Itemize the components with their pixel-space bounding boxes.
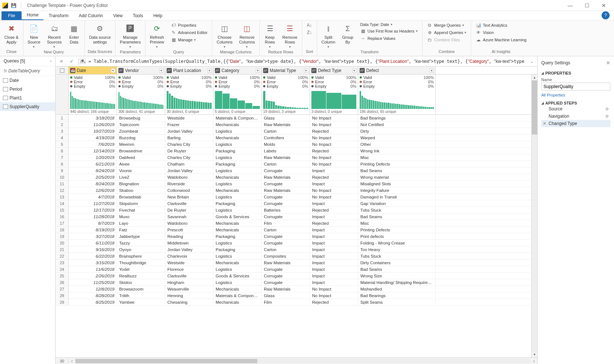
- table-row[interactable]: 98/24/2018VoonixJordan ValleyLogisticsCo…: [56, 167, 537, 174]
- column-header[interactable]: AᵇCategory▾: [213, 67, 262, 74]
- replace-values-button[interactable]: ↔Replace Values: [359, 35, 419, 42]
- cell[interactable]: Carton: [262, 227, 310, 233]
- cell[interactable]: Oyoyo: [117, 246, 165, 253]
- first-row-headers-button[interactable]: ▦Use First Row as Headers: [359, 28, 419, 34]
- cell[interactable]: No Impact: [310, 134, 358, 141]
- filter-icon[interactable]: ▾: [256, 68, 260, 73]
- cell[interactable]: Impact: [310, 233, 358, 239]
- cell[interactable]: Logistics: [213, 194, 262, 200]
- cell[interactable]: Corrugate: [262, 213, 310, 220]
- properties-button[interactable]: 🏷Properties: [169, 22, 209, 29]
- row-number[interactable]: 5: [56, 141, 69, 147]
- cell[interactable]: Corrugate: [262, 240, 310, 246]
- table-row[interactable]: 288/28/2018TrilithHenningMaterials & Com…: [56, 292, 537, 299]
- cell[interactable]: Packaging: [213, 246, 262, 253]
- cell[interactable]: Raw Materials: [262, 154, 310, 160]
- cell[interactable]: Impact: [310, 213, 358, 220]
- group-by-button[interactable]: ΣGroup By: [340, 22, 355, 45]
- cell[interactable]: 7/6/2019: [69, 141, 117, 147]
- query-name-input[interactable]: [541, 83, 610, 91]
- row-number[interactable]: 14: [56, 200, 69, 206]
- cell[interactable]: 9/16/2019: [69, 246, 117, 253]
- cell[interactable]: No Impact: [310, 141, 358, 147]
- cell[interactable]: Logistics: [213, 141, 262, 147]
- cell[interactable]: Impact: [310, 246, 358, 253]
- cell[interactable]: Raw Materials: [262, 174, 310, 180]
- manage-parameters-button[interactable]: 🅿Manage Parameters: [118, 22, 142, 50]
- cell[interactable]: Impact: [310, 167, 358, 174]
- cell[interactable]: 11/25/2018: [69, 279, 117, 285]
- maximize-button[interactable]: ☐: [582, 3, 592, 8]
- row-number[interactable]: 12: [56, 187, 69, 193]
- cell[interactable]: Raw Materials: [262, 259, 310, 266]
- cell[interactable]: Mechanicals: [213, 299, 262, 305]
- cell[interactable]: Mechanicals: [213, 174, 262, 180]
- cell[interactable]: Jordan Valley: [165, 128, 213, 134]
- cell[interactable]: Impact: [310, 266, 358, 272]
- cell[interactable]: Westside: [165, 259, 213, 266]
- cell[interactable]: Realbuzz: [117, 273, 165, 279]
- formula-expand-icon[interactable]: ⌄: [528, 59, 535, 64]
- recent-sources-button[interactable]: 🗂Recent Sources: [45, 22, 63, 50]
- formula-text[interactable]: = Table.TransformColumnTypes(SupplierQua…: [88, 59, 526, 64]
- cell[interactable]: Raw Materials: [262, 187, 310, 193]
- cell[interactable]: Packaging: [213, 200, 262, 206]
- table-row[interactable]: 134/7/2018BrowseblabNew BritainLogistics…: [56, 194, 537, 200]
- cell[interactable]: Mechanicals: [213, 286, 262, 292]
- table-row[interactable]: 178/7/2019LayoWaldoboroMechanicalsFilmRe…: [56, 220, 537, 227]
- cell[interactable]: Buzzdog: [117, 134, 165, 141]
- type-icon[interactable]: Aᵇ: [311, 68, 317, 73]
- applied-steps-section[interactable]: APPLIED STEPS: [541, 101, 610, 105]
- cell[interactable]: Chesaning: [165, 299, 213, 305]
- row-number[interactable]: 4: [56, 134, 69, 141]
- data-source-settings-button[interactable]: ⚙Data source settings: [88, 22, 112, 45]
- cell[interactable]: 6/22/2018: [69, 253, 117, 259]
- cell[interactable]: 4/19/2018: [69, 134, 117, 141]
- table-row[interactable]: 211/26/2019TopiczoomFrazerMechanicalsRaw…: [56, 121, 537, 128]
- cell[interactable]: Hingham: [165, 279, 213, 285]
- cell[interactable]: Skaboo: [117, 187, 165, 193]
- cell[interactable]: Printing Defects: [358, 161, 436, 167]
- cell[interactable]: 8/19/2019: [69, 227, 117, 233]
- cell[interactable]: Yodel: [117, 266, 165, 272]
- row-number[interactable]: 7: [56, 154, 69, 160]
- sort-desc-button[interactable]: Z↓: [305, 29, 314, 36]
- cell[interactable]: Bad Bearings: [358, 115, 436, 121]
- formula-commit-icon[interactable]: ✓: [68, 59, 75, 64]
- cell[interactable]: Molds: [262, 141, 310, 147]
- tab-add-column[interactable]: Add Column: [74, 11, 108, 20]
- row-number[interactable]: 18: [56, 227, 69, 233]
- remove-rows-button[interactable]: ☰Remove Rows: [281, 22, 299, 50]
- cell[interactable]: Print defects: [358, 233, 436, 239]
- cell[interactable]: Damaged in Transit: [358, 194, 436, 200]
- cell[interactable]: Tazzy: [117, 240, 165, 246]
- cell[interactable]: Batteries: [262, 207, 310, 213]
- step-gear-icon[interactable]: ⚙: [605, 107, 609, 111]
- row-number[interactable]: 27: [56, 286, 69, 292]
- row-number[interactable]: 11: [56, 181, 69, 187]
- filter-icon[interactable]: ▾: [430, 68, 434, 73]
- cell[interactable]: Skidoo: [117, 279, 165, 285]
- cell[interactable]: 12/17/2019: [69, 207, 117, 213]
- cell[interactable]: Folding - Wrong Crease: [358, 240, 436, 246]
- cell[interactable]: 10/27/2019: [69, 128, 117, 134]
- cell[interactable]: Prescott: [165, 227, 213, 233]
- cell[interactable]: New Britain: [165, 194, 213, 200]
- cell[interactable]: Printing Defects: [358, 227, 436, 233]
- cell[interactable]: Thoughtbridge: [117, 259, 165, 266]
- cell[interactable]: Logistics: [213, 253, 262, 259]
- cell[interactable]: Rejected: [310, 174, 358, 180]
- type-icon[interactable]: Aᵇ: [360, 68, 365, 73]
- cell[interactable]: Film: [262, 299, 310, 305]
- tab-file[interactable]: File: [1, 11, 22, 20]
- cell[interactable]: Impact: [310, 273, 358, 279]
- cell[interactable]: Logistics: [213, 154, 262, 160]
- row-number[interactable]: 16: [56, 213, 69, 220]
- cell[interactable]: Too Heavy: [358, 246, 436, 253]
- cell[interactable]: Charles City: [165, 141, 213, 147]
- cell[interactable]: Rejected: [310, 207, 358, 213]
- table-row[interactable]: 13/18/2018BrowsebugWestsideMaterials & C…: [56, 115, 537, 121]
- cell[interactable]: Carton: [262, 161, 310, 167]
- filter-icon[interactable]: ▾: [352, 68, 356, 73]
- cell[interactable]: Logistics: [213, 279, 262, 285]
